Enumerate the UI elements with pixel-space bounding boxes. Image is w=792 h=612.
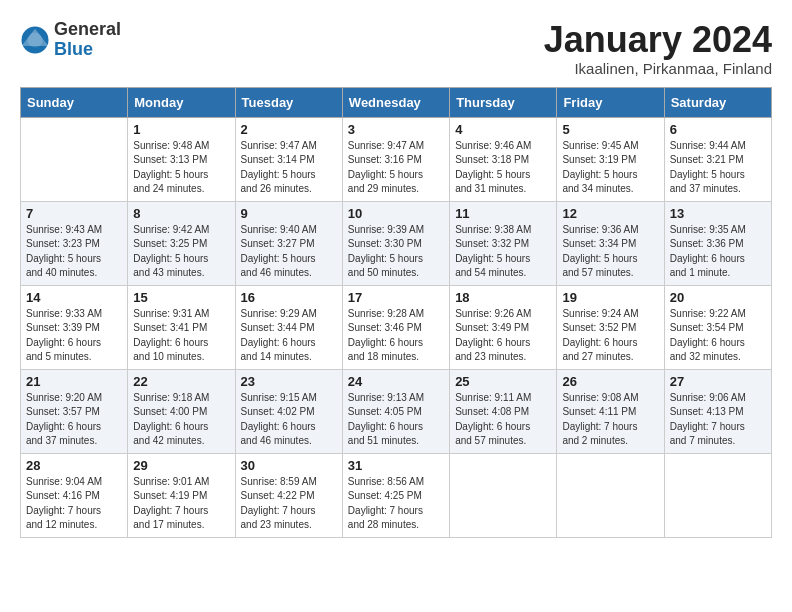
day-number: 23 <box>241 374 337 389</box>
calendar-week-row: 7Sunrise: 9:43 AMSunset: 3:23 PMDaylight… <box>21 201 772 285</box>
day-info: Sunrise: 9:20 AMSunset: 3:57 PMDaylight:… <box>26 391 122 449</box>
day-number: 7 <box>26 206 122 221</box>
day-info: Sunrise: 9:11 AMSunset: 4:08 PMDaylight:… <box>455 391 551 449</box>
day-info: Sunrise: 9:31 AMSunset: 3:41 PMDaylight:… <box>133 307 229 365</box>
calendar-week-row: 21Sunrise: 9:20 AMSunset: 3:57 PMDayligh… <box>21 369 772 453</box>
day-info: Sunrise: 9:47 AMSunset: 3:14 PMDaylight:… <box>241 139 337 197</box>
day-info: Sunrise: 9:46 AMSunset: 3:18 PMDaylight:… <box>455 139 551 197</box>
calendar-cell: 8Sunrise: 9:42 AMSunset: 3:25 PMDaylight… <box>128 201 235 285</box>
logo: General Blue <box>20 20 121 60</box>
calendar-cell: 20Sunrise: 9:22 AMSunset: 3:54 PMDayligh… <box>664 285 771 369</box>
day-number: 22 <box>133 374 229 389</box>
calendar-cell: 14Sunrise: 9:33 AMSunset: 3:39 PMDayligh… <box>21 285 128 369</box>
day-info: Sunrise: 9:24 AMSunset: 3:52 PMDaylight:… <box>562 307 658 365</box>
day-info: Sunrise: 9:22 AMSunset: 3:54 PMDaylight:… <box>670 307 766 365</box>
day-number: 18 <box>455 290 551 305</box>
calendar-cell <box>21 117 128 201</box>
day-number: 6 <box>670 122 766 137</box>
calendar-cell: 10Sunrise: 9:39 AMSunset: 3:30 PMDayligh… <box>342 201 449 285</box>
day-info: Sunrise: 9:28 AMSunset: 3:46 PMDaylight:… <box>348 307 444 365</box>
day-of-week-header: Friday <box>557 87 664 117</box>
calendar-cell: 6Sunrise: 9:44 AMSunset: 3:21 PMDaylight… <box>664 117 771 201</box>
day-info: Sunrise: 9:29 AMSunset: 3:44 PMDaylight:… <box>241 307 337 365</box>
day-info: Sunrise: 9:06 AMSunset: 4:13 PMDaylight:… <box>670 391 766 449</box>
day-of-week-header: Tuesday <box>235 87 342 117</box>
day-number: 16 <box>241 290 337 305</box>
day-number: 19 <box>562 290 658 305</box>
day-of-week-header: Monday <box>128 87 235 117</box>
day-info: Sunrise: 9:42 AMSunset: 3:25 PMDaylight:… <box>133 223 229 281</box>
calendar-cell: 28Sunrise: 9:04 AMSunset: 4:16 PMDayligh… <box>21 453 128 537</box>
month-title: January 2024 <box>544 20 772 60</box>
day-info: Sunrise: 8:59 AMSunset: 4:22 PMDaylight:… <box>241 475 337 533</box>
calendar-cell: 25Sunrise: 9:11 AMSunset: 4:08 PMDayligh… <box>450 369 557 453</box>
day-number: 31 <box>348 458 444 473</box>
logo-text: General Blue <box>54 20 121 60</box>
day-number: 10 <box>348 206 444 221</box>
calendar-cell: 23Sunrise: 9:15 AMSunset: 4:02 PMDayligh… <box>235 369 342 453</box>
day-number: 21 <box>26 374 122 389</box>
day-info: Sunrise: 9:13 AMSunset: 4:05 PMDaylight:… <box>348 391 444 449</box>
calendar-cell: 31Sunrise: 8:56 AMSunset: 4:25 PMDayligh… <box>342 453 449 537</box>
svg-point-2 <box>28 32 43 47</box>
day-number: 25 <box>455 374 551 389</box>
day-of-week-header: Sunday <box>21 87 128 117</box>
calendar-cell: 24Sunrise: 9:13 AMSunset: 4:05 PMDayligh… <box>342 369 449 453</box>
calendar-cell: 15Sunrise: 9:31 AMSunset: 3:41 PMDayligh… <box>128 285 235 369</box>
day-info: Sunrise: 9:04 AMSunset: 4:16 PMDaylight:… <box>26 475 122 533</box>
day-of-week-header: Saturday <box>664 87 771 117</box>
location: Ikaalinen, Pirkanmaa, Finland <box>544 60 772 77</box>
day-info: Sunrise: 9:26 AMSunset: 3:49 PMDaylight:… <box>455 307 551 365</box>
calendar-cell: 2Sunrise: 9:47 AMSunset: 3:14 PMDaylight… <box>235 117 342 201</box>
day-number: 9 <box>241 206 337 221</box>
day-number: 13 <box>670 206 766 221</box>
day-number: 30 <box>241 458 337 473</box>
day-of-week-header: Wednesday <box>342 87 449 117</box>
day-info: Sunrise: 9:45 AMSunset: 3:19 PMDaylight:… <box>562 139 658 197</box>
calendar-cell: 29Sunrise: 9:01 AMSunset: 4:19 PMDayligh… <box>128 453 235 537</box>
calendar-cell: 16Sunrise: 9:29 AMSunset: 3:44 PMDayligh… <box>235 285 342 369</box>
day-number: 20 <box>670 290 766 305</box>
day-number: 2 <box>241 122 337 137</box>
calendar-cell: 11Sunrise: 9:38 AMSunset: 3:32 PMDayligh… <box>450 201 557 285</box>
calendar-cell: 3Sunrise: 9:47 AMSunset: 3:16 PMDaylight… <box>342 117 449 201</box>
logo-blue: Blue <box>54 40 121 60</box>
day-info: Sunrise: 9:18 AMSunset: 4:00 PMDaylight:… <box>133 391 229 449</box>
day-number: 12 <box>562 206 658 221</box>
day-number: 5 <box>562 122 658 137</box>
day-info: Sunrise: 9:39 AMSunset: 3:30 PMDaylight:… <box>348 223 444 281</box>
calendar-cell: 26Sunrise: 9:08 AMSunset: 4:11 PMDayligh… <box>557 369 664 453</box>
day-number: 27 <box>670 374 766 389</box>
day-number: 14 <box>26 290 122 305</box>
day-number: 15 <box>133 290 229 305</box>
calendar-cell: 30Sunrise: 8:59 AMSunset: 4:22 PMDayligh… <box>235 453 342 537</box>
day-info: Sunrise: 9:38 AMSunset: 3:32 PMDaylight:… <box>455 223 551 281</box>
day-info: Sunrise: 9:36 AMSunset: 3:34 PMDaylight:… <box>562 223 658 281</box>
day-number: 4 <box>455 122 551 137</box>
calendar-week-row: 14Sunrise: 9:33 AMSunset: 3:39 PMDayligh… <box>21 285 772 369</box>
day-info: Sunrise: 9:08 AMSunset: 4:11 PMDaylight:… <box>562 391 658 449</box>
day-number: 3 <box>348 122 444 137</box>
day-number: 24 <box>348 374 444 389</box>
day-info: Sunrise: 9:48 AMSunset: 3:13 PMDaylight:… <box>133 139 229 197</box>
day-number: 8 <box>133 206 229 221</box>
page-header: General Blue January 2024 Ikaalinen, Pir… <box>20 20 772 77</box>
calendar-cell <box>450 453 557 537</box>
calendar-cell <box>557 453 664 537</box>
calendar-cell <box>664 453 771 537</box>
calendar-cell: 13Sunrise: 9:35 AMSunset: 3:36 PMDayligh… <box>664 201 771 285</box>
calendar-cell: 12Sunrise: 9:36 AMSunset: 3:34 PMDayligh… <box>557 201 664 285</box>
calendar-cell: 19Sunrise: 9:24 AMSunset: 3:52 PMDayligh… <box>557 285 664 369</box>
calendar-week-row: 28Sunrise: 9:04 AMSunset: 4:16 PMDayligh… <box>21 453 772 537</box>
day-info: Sunrise: 9:40 AMSunset: 3:27 PMDaylight:… <box>241 223 337 281</box>
day-number: 1 <box>133 122 229 137</box>
calendar-cell: 27Sunrise: 9:06 AMSunset: 4:13 PMDayligh… <box>664 369 771 453</box>
day-info: Sunrise: 9:44 AMSunset: 3:21 PMDaylight:… <box>670 139 766 197</box>
calendar-table: SundayMondayTuesdayWednesdayThursdayFrid… <box>20 87 772 538</box>
day-info: Sunrise: 9:01 AMSunset: 4:19 PMDaylight:… <box>133 475 229 533</box>
day-info: Sunrise: 9:35 AMSunset: 3:36 PMDaylight:… <box>670 223 766 281</box>
calendar-cell: 5Sunrise: 9:45 AMSunset: 3:19 PMDaylight… <box>557 117 664 201</box>
day-number: 26 <box>562 374 658 389</box>
calendar-cell: 7Sunrise: 9:43 AMSunset: 3:23 PMDaylight… <box>21 201 128 285</box>
calendar-week-row: 1Sunrise: 9:48 AMSunset: 3:13 PMDaylight… <box>21 117 772 201</box>
